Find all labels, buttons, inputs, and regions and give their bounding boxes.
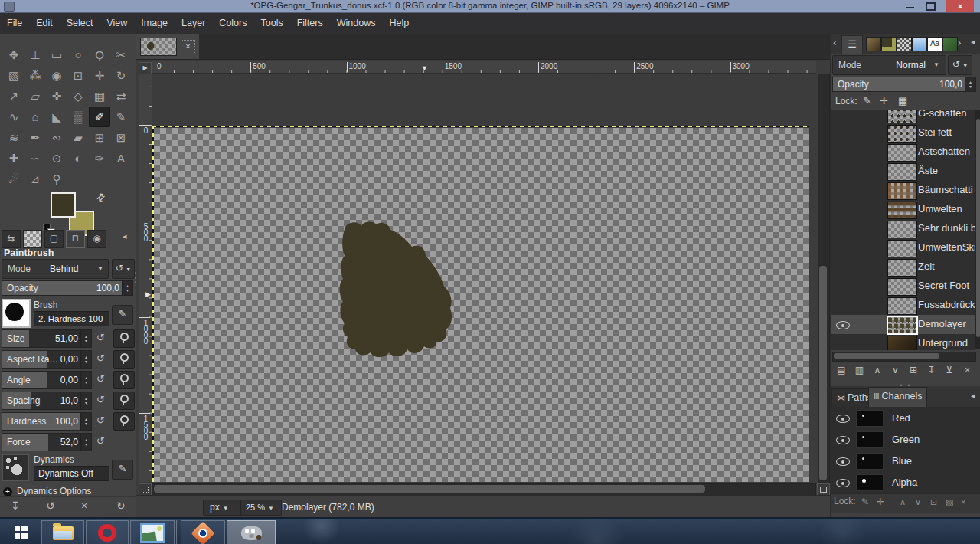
dynamics-link-button[interactable] (113, 371, 135, 389)
lock-position-icon[interactable]: ✛ (877, 496, 884, 507)
close-button[interactable]: × (946, 0, 974, 12)
vertical-scrollbar-thumb[interactable] (819, 266, 827, 480)
tool-3d-transform[interactable]: ▦ (89, 86, 110, 107)
reset-icon[interactable]: ↺ (96, 435, 105, 447)
close-image-icon[interactable]: × (181, 40, 195, 54)
spinner[interactable]: ▴▾ (80, 372, 91, 388)
spinner[interactable]: ▴▾ (122, 281, 132, 295)
collapse-panel-icon[interactable]: ◂ (122, 231, 127, 241)
tool-clone[interactable]: ⊞ (89, 127, 110, 148)
tool-crop[interactable]: ⊡ (67, 65, 89, 86)
layer-visibility-toggle[interactable] (831, 219, 854, 238)
layer-row[interactable]: Demolayer (831, 315, 975, 334)
spin-down-icon[interactable]: ▾ (85, 339, 87, 343)
selection-editor-button[interactable]: ▢ (44, 230, 64, 248)
menu-filters[interactable]: Filters (290, 13, 330, 33)
tool-warp-transform[interactable]: ∿ (3, 107, 24, 127)
tool-mypaint-brush[interactable]: ∾ (46, 127, 67, 148)
horizontal-scrollbar[interactable] (152, 483, 816, 496)
layer-visibility-toggle[interactable] (831, 277, 854, 296)
tool-dodge-burn[interactable]: ◐ (67, 148, 89, 169)
duplicate-channel-button[interactable]: ⊡ (930, 497, 937, 507)
tab-gradients[interactable] (912, 37, 927, 51)
tool-blur-sharpen[interactable]: ⊙ (46, 148, 67, 169)
tab-channels[interactable]: ⅢChannels (868, 387, 927, 407)
layer-visibility-toggle[interactable] (831, 181, 854, 200)
tool-gradient[interactable]: ▒ (67, 107, 89, 127)
tool-perspective[interactable]: ◇ (67, 86, 89, 107)
dynamics-link-button[interactable] (113, 412, 135, 431)
layer-mode-dropdown[interactable]: Mode Normal ▼ (832, 55, 946, 75)
spin-down-icon[interactable]: ▾ (85, 380, 87, 385)
brush-thumbnail[interactable] (2, 299, 31, 328)
tool-foreground-select[interactable]: ▧ (3, 65, 24, 86)
tool-ink-pen[interactable]: ✑ (89, 148, 110, 169)
layer-row[interactable]: Äste (831, 162, 975, 181)
lower-channel-button[interactable]: ∨ (915, 497, 921, 507)
menu-layer[interactable]: Layer (175, 13, 212, 33)
layer-row[interactable]: Stei fett (831, 123, 975, 143)
layer-visibility-toggle[interactable] (831, 334, 854, 350)
channel-visibility-toggle[interactable] (831, 471, 854, 490)
dynamics-thumbnail[interactable] (2, 454, 29, 481)
menu-windows[interactable]: Windows (330, 13, 383, 33)
tab-textures[interactable] (897, 37, 912, 51)
slider-track[interactable]: Size51,00▴▾ (2, 329, 92, 348)
layer-visibility-toggle[interactable] (831, 296, 854, 315)
layer-mode-reset-button[interactable]: ↺ ▼ (948, 55, 972, 75)
brush-name-field[interactable]: 2. Hardness 100 (34, 311, 109, 326)
layers-scrollbar[interactable] (975, 110, 980, 349)
dynamics-link-button[interactable] (113, 392, 135, 410)
lower-layer-button[interactable]: ∨ (888, 363, 903, 378)
layer-visibility-toggle[interactable] (831, 200, 854, 219)
layer-row[interactable]: Umwelten (831, 200, 975, 219)
tab-layers[interactable]: ☰ (841, 35, 863, 54)
spinner[interactable]: ▴▾ (80, 351, 91, 368)
vertical-scrollbar[interactable] (818, 74, 830, 483)
save-tool-preset-button[interactable]: ↧ (11, 500, 20, 512)
lock-pixels-icon[interactable]: ✎ (861, 496, 869, 507)
reset-tool-options-button[interactable]: ↻ (116, 500, 126, 512)
paint-mode-dropdown[interactable]: Mode Behind ▼ (2, 259, 109, 279)
tool-heal[interactable]: ✚ (3, 148, 24, 169)
layer-visibility-toggle[interactable] (831, 123, 854, 143)
new-layer-button[interactable]: ▤ (834, 363, 849, 378)
start-button[interactable] (5, 520, 37, 544)
quick-mask-toggle[interactable] (139, 483, 152, 496)
tool-rectangle-select[interactable]: ▭ (46, 44, 67, 65)
mode-reset-button[interactable]: ↺ ▼ (112, 259, 135, 279)
tool-scissors-select[interactable]: ✂ (110, 44, 132, 65)
tool-ink[interactable]: ✒ (24, 127, 46, 148)
slider-track[interactable]: Hardness100,0▴▾ (2, 412, 92, 431)
tool-rotate[interactable]: ↻ (110, 65, 132, 86)
reset-icon[interactable]: ↺ (96, 415, 105, 426)
tool-align[interactable]: ⊥ (24, 44, 46, 65)
channel-visibility-toggle[interactable] (831, 407, 854, 426)
merge-down-button[interactable]: ↧ (924, 363, 939, 378)
dock-menu-icon[interactable]: ◂ (971, 37, 975, 47)
layer-row[interactable]: Bäumschatti (831, 181, 975, 200)
layer-row[interactable]: Astschatten (831, 143, 975, 162)
opacity-slider[interactable]: Opacity 100,0 ▴▾ (2, 280, 133, 296)
layer-visibility-toggle[interactable] (831, 110, 854, 123)
layer-opacity-slider[interactable]: Opacity 100,0 ▴▾ (832, 77, 976, 92)
tool-shear[interactable]: ▱ (24, 86, 46, 107)
ruler-corner-menu-button[interactable]: ▶ (139, 62, 152, 74)
lock-position-icon[interactable]: ✛ (880, 95, 888, 107)
unit-dropdown[interactable]: px▼ (203, 500, 244, 516)
image-thumbnail-button[interactable] (23, 230, 42, 248)
layer-row[interactable]: Untergrund (831, 334, 975, 350)
tool-paintbrush[interactable]: ✐ (89, 107, 110, 127)
tool-move[interactable]: ✥ (3, 44, 24, 65)
menu-tools[interactable]: Tools (253, 13, 289, 33)
minimize-button[interactable] (903, 0, 917, 12)
reset-icon[interactable]: ↺ (96, 373, 105, 385)
tab-images[interactable] (942, 37, 958, 51)
dynamics-field[interactable]: Dynamics Off (34, 466, 109, 481)
layer-visibility-toggle[interactable] (831, 143, 854, 162)
reset-icon[interactable]: ↺ (96, 352, 105, 364)
tool-scale[interactable]: ↗ (3, 86, 24, 107)
channel-visibility-toggle[interactable] (831, 428, 854, 447)
layer-row[interactable]: UmweltenSki (831, 238, 975, 257)
channel-row[interactable]: Blue (831, 450, 980, 471)
